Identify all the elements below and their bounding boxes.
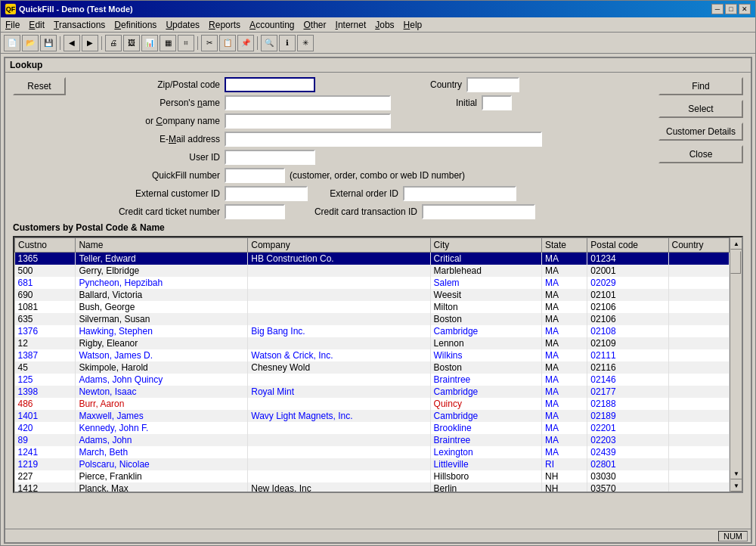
table-row[interactable]: 1219 Polscaru, Nicolae Littleville RI 02… bbox=[15, 458, 730, 470]
toolbar-back[interactable]: ◀ bbox=[64, 35, 80, 51]
cell-custno: 1365 bbox=[15, 253, 76, 265]
col-city: City bbox=[430, 238, 541, 253]
cell-postal: 02177 bbox=[587, 386, 668, 398]
toolbar-copy[interactable]: 📋 bbox=[219, 35, 236, 51]
menu-reports[interactable]: Reports bbox=[204, 19, 245, 30]
table-row[interactable]: 12 Rigby, Eleanor Lennon MA 02109 bbox=[15, 337, 730, 349]
reset-button[interactable]: Reset bbox=[13, 77, 66, 95]
toolbar-save[interactable]: 💾 bbox=[40, 35, 57, 51]
table-row[interactable]: 635 Silverman, Susan Boston MA 02106 bbox=[15, 313, 730, 325]
menu-other[interactable]: Other bbox=[299, 19, 331, 30]
table-row[interactable]: 1401 Maxwell, James Wavy Light Magnets, … bbox=[15, 410, 730, 422]
table-row[interactable]: 1412 Planck, Max New Ideas, Inc Berlin N… bbox=[15, 482, 730, 492]
menu-jobs[interactable]: Jobs bbox=[370, 19, 398, 30]
toolbar-grid[interactable]: ▦ bbox=[160, 35, 176, 51]
cell-city: Berlin bbox=[430, 482, 541, 492]
table-row[interactable]: 227 Pierce, Franklin Hillsboro NH 03030 bbox=[15, 470, 730, 482]
find-button[interactable]: Find bbox=[658, 77, 743, 95]
cell-custno: 486 bbox=[15, 398, 76, 410]
maximize-button[interactable]: □ bbox=[725, 4, 737, 14]
menu-internet[interactable]: Internet bbox=[331, 19, 371, 30]
menu-transactions[interactable]: Transactions bbox=[49, 19, 110, 30]
cell-state: MA bbox=[541, 277, 587, 289]
table-row[interactable]: 1387 Watson, James D. Watson & Crick, In… bbox=[15, 349, 730, 361]
cell-custno: 690 bbox=[15, 289, 76, 301]
toolbar-open[interactable]: 📂 bbox=[22, 35, 39, 51]
cell-custno: 500 bbox=[15, 265, 76, 277]
menu-updates[interactable]: Updates bbox=[161, 19, 204, 30]
toolbar-img2[interactable]: 📊 bbox=[141, 35, 158, 51]
cc-ticket-label: Credit card ticket number bbox=[73, 206, 225, 217]
table-row[interactable]: 690 Ballard, Victoria Weesit MA 02101 bbox=[15, 289, 730, 301]
close-button[interactable]: ✕ bbox=[739, 4, 751, 14]
window-title: QuickFill - Demo (Test Mode) bbox=[19, 5, 133, 14]
cell-name: Bush, George bbox=[76, 301, 248, 313]
cell-city: Hillsboro bbox=[430, 470, 541, 482]
select-button[interactable]: Select bbox=[658, 100, 743, 118]
email-input[interactable] bbox=[225, 132, 542, 147]
table-row[interactable]: 681 Pyncheon, Hepzibah Salem MA 02029 bbox=[15, 277, 730, 289]
table-row[interactable]: 125 Adams, John Quincy Braintree MA 0214… bbox=[15, 374, 730, 386]
table-row[interactable]: 1398 Newton, Isaac Royal Mint Cambridge … bbox=[15, 386, 730, 398]
initial-input[interactable] bbox=[482, 95, 512, 110]
cell-custno: 45 bbox=[15, 361, 76, 374]
quickfill-input[interactable] bbox=[225, 168, 285, 183]
close-button-panel[interactable]: Close bbox=[658, 145, 743, 163]
cell-country bbox=[668, 374, 729, 386]
menu-file[interactable]: File bbox=[1, 19, 24, 30]
cell-city: Braintree bbox=[430, 434, 541, 446]
table-row[interactable]: 89 Adams, John Braintree MA 02203 bbox=[15, 434, 730, 446]
cell-state: MA bbox=[541, 446, 587, 458]
userid-input[interactable] bbox=[225, 150, 315, 165]
country-input[interactable] bbox=[466, 77, 519, 92]
toolbar-img1[interactable]: 🖼 bbox=[123, 35, 140, 51]
ext-order-id-input[interactable] bbox=[403, 186, 516, 201]
table-row[interactable]: 1081 Bush, George Milton MA 02106 bbox=[15, 301, 730, 313]
customers-table-container: Custno Name Company City State Postal co… bbox=[13, 236, 743, 493]
scrollbar-down-top[interactable]: ▼ bbox=[730, 467, 742, 479]
cell-country bbox=[668, 410, 729, 422]
toolbar-find[interactable]: 🔍 bbox=[261, 35, 277, 51]
table-row[interactable]: 1376 Hawking, Stephen Big Bang Inc. Camb… bbox=[15, 325, 730, 337]
cell-custno: 227 bbox=[15, 470, 76, 482]
scrollbar-down-bottom[interactable]: ▼ bbox=[730, 479, 742, 492]
toolbar-new[interactable]: 📄 bbox=[4, 35, 20, 51]
customer-details-button[interactable]: Customer Details bbox=[658, 123, 743, 141]
table-row[interactable]: 45 Skimpole, Harold Chesney Wold Boston … bbox=[15, 361, 730, 374]
zip-input[interactable] bbox=[225, 77, 315, 92]
table-row[interactable]: 1241 March, Beth Lexington MA 02439 bbox=[15, 446, 730, 458]
minimize-button[interactable]: ─ bbox=[711, 4, 723, 14]
ext-customer-id-input[interactable] bbox=[225, 186, 308, 201]
menu-edit[interactable]: Edit bbox=[24, 19, 49, 30]
toolbar: 📄 📂 💾 ◀ ▶ 🖨 🖼 📊 ▦ ⌗ ✂ 📋 📌 🔍 ℹ ✳ bbox=[1, 33, 755, 54]
cell-state: MA bbox=[541, 337, 587, 349]
cc-transaction-input[interactable] bbox=[422, 204, 535, 219]
cc-ticket-input[interactable] bbox=[225, 204, 285, 219]
toolbar-star[interactable]: ✳ bbox=[297, 35, 314, 51]
person-name-input[interactable] bbox=[225, 95, 391, 110]
cell-state: MA bbox=[541, 361, 587, 374]
col-name: Name bbox=[76, 238, 248, 253]
toolbar-print[interactable]: 🖨 bbox=[105, 35, 122, 51]
cell-state: MA bbox=[541, 289, 587, 301]
initial-label: Initial bbox=[391, 98, 482, 108]
cell-state: MA bbox=[541, 374, 587, 386]
cell-state: MA bbox=[541, 325, 587, 337]
cell-country bbox=[668, 446, 729, 458]
toolbar-cut[interactable]: ✂ bbox=[201, 35, 218, 51]
toolbar-forward[interactable]: ▶ bbox=[82, 35, 98, 51]
toolbar-paste[interactable]: 📌 bbox=[237, 35, 254, 51]
cell-country bbox=[668, 325, 729, 337]
scrollbar-thumb[interactable] bbox=[730, 251, 741, 274]
toolbar-barcode[interactable]: ⌗ bbox=[178, 35, 194, 51]
scrollbar-up[interactable]: ▲ bbox=[730, 237, 742, 250]
toolbar-info[interactable]: ℹ bbox=[279, 35, 296, 51]
table-row[interactable]: 486 Burr, Aaron Quincy MA 02188 bbox=[15, 398, 730, 410]
menu-help[interactable]: Help bbox=[399, 19, 427, 30]
table-row[interactable]: 1365 Teller, Edward HB Construction Co. … bbox=[15, 253, 730, 265]
menu-accounting[interactable]: Accounting bbox=[245, 19, 299, 30]
table-row[interactable]: 420 Kennedy, John F. Brookline MA 02201 bbox=[15, 422, 730, 434]
company-name-input[interactable] bbox=[225, 113, 391, 129]
table-row[interactable]: 500 Gerry, Elbridge Marblehead MA 02001 bbox=[15, 265, 730, 277]
menu-definitions[interactable]: Definitions bbox=[110, 19, 161, 30]
